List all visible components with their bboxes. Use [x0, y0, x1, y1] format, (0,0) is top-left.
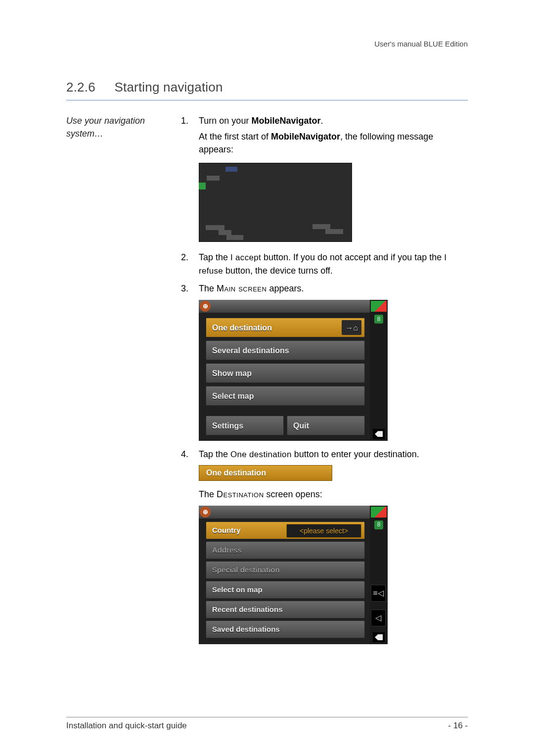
msg-block	[206, 225, 224, 230]
back-icon[interactable]: ◁	[371, 610, 386, 626]
step-2-a: Tap the	[199, 252, 230, 262]
select-map-button[interactable]: Select map	[206, 386, 365, 406]
step-3: 3. The Main screen appears. ⊕ 8	[181, 282, 468, 441]
one-destination-button[interactable]: One destination →⌂	[206, 318, 365, 337]
step-1-number: 1.	[181, 114, 188, 127]
manual-page: User's manual BLUE Edition 2.2.6 Startin…	[0, 0, 534, 756]
step-4-sub: The Destination screen opens:	[199, 488, 468, 501]
step-1: 1. Turn on your MobileNavigator. At the …	[181, 114, 468, 242]
saved-destinations-label: Saved destinations	[212, 624, 280, 635]
gps-icon: ⊕	[200, 301, 211, 312]
select-on-map-button[interactable]: Select on map	[206, 581, 365, 599]
one-destination-pill[interactable]: One destination	[199, 465, 332, 481]
section-title: Starting navigation	[114, 80, 222, 94]
step-4-sub-a: The	[199, 489, 217, 499]
main-screen-image: ⊕ 8 One destination →⌂ Sever	[199, 300, 388, 441]
step-1-text: Turn on your MobileNavigator.	[199, 116, 323, 126]
step-2-text: Tap the I accept button. If you do not a…	[199, 252, 446, 276]
several-destinations-label: Several destinations	[212, 345, 289, 356]
msg-block	[199, 183, 206, 189]
destination-menu: Country <please select> Address Special …	[206, 521, 365, 641]
msg-block	[226, 235, 243, 240]
gps-icon: ⊕	[200, 507, 211, 518]
show-map-button[interactable]: Show map	[206, 363, 365, 383]
destination-label: Destination	[217, 489, 264, 499]
main-content: 1. Turn on your MobileNavigator. At the …	[181, 114, 468, 649]
product-name: MobileNavigator	[251, 116, 320, 126]
step-2-c: button, the device turns off.	[223, 266, 333, 276]
address-label: Address	[212, 545, 242, 556]
show-map-label: Show map	[212, 368, 252, 379]
recent-destinations-button[interactable]: Recent destinations	[206, 601, 365, 618]
settings-button[interactable]: Settings	[206, 416, 284, 435]
quit-label: Quit	[293, 420, 309, 431]
special-destination-button[interactable]: Special destination	[206, 561, 365, 579]
screen-sidebar: 8 ≡◁ ◁	[370, 506, 388, 644]
step-4-text: Tap the One destination button to enter …	[199, 449, 419, 459]
msg-block	[325, 229, 343, 234]
one-destination-pill-label: One destination	[206, 467, 266, 478]
select-on-map-label: Select on map	[212, 584, 263, 595]
one-destination-word: One destination	[230, 450, 292, 459]
special-destination-label: Special destination	[212, 565, 280, 575]
step-1-sub-a: At the first start of	[199, 132, 271, 142]
msg-block	[207, 176, 220, 181]
step-2-b: button. If you do not accept and if you …	[261, 252, 444, 262]
saved-destinations-button[interactable]: Saved destinations	[206, 620, 365, 638]
footer-page-number: - 16 -	[448, 720, 468, 732]
home-icon[interactable]: →⌂	[342, 320, 361, 335]
screen-sidebar: 8	[370, 300, 388, 441]
step-2-number: 2.	[181, 251, 188, 264]
main-screen-label: Main screen	[217, 284, 267, 293]
select-map-label: Select map	[212, 390, 254, 402]
satellite-count: 8	[374, 520, 383, 529]
margin-note: Use your navigation system…	[66, 114, 165, 649]
several-destinations-button[interactable]: Several destinations	[206, 340, 365, 360]
msg-block	[312, 224, 330, 229]
footer-left: Installation and quick-start guide	[66, 720, 187, 732]
i-accept-label: I accept	[230, 253, 261, 262]
country-button[interactable]: Country <please select>	[206, 521, 365, 539]
footer-rule	[66, 717, 468, 717]
step-1-trail: .	[320, 116, 323, 126]
one-destination-label: One destination	[212, 322, 272, 333]
startup-message-image	[199, 163, 352, 242]
list-back-icon[interactable]: ≡◁	[371, 585, 386, 602]
country-select[interactable]: <please select>	[286, 524, 361, 538]
main-menu: One destination →⌂ Several destinations …	[206, 318, 365, 436]
flag-icon	[371, 507, 387, 518]
step-3-number: 3.	[181, 282, 188, 295]
header-edition: User's manual BLUE Edition	[374, 39, 468, 49]
section-heading: 2.2.6 Starting navigation	[66, 78, 468, 100]
step-3-a: The	[199, 284, 217, 293]
step-4-a: Tap the	[199, 449, 230, 459]
step-1-sub: At the first start of MobileNavigator, t…	[199, 130, 468, 156]
step-4-number: 4.	[181, 448, 188, 461]
step-4-sub-b: screen opens:	[264, 489, 322, 499]
screen-topbar: ⊕	[199, 506, 388, 519]
step-1-lead: Turn on your	[199, 116, 251, 126]
flag-icon	[371, 301, 387, 312]
country-label: Country	[212, 525, 241, 536]
msg-block	[219, 230, 231, 235]
product-name-2: MobileNavigator	[271, 132, 340, 142]
power-icon	[373, 429, 385, 439]
screen-topbar: ⊕	[199, 300, 388, 313]
destination-screen-image: ⊕ 8 ≡◁ ◁ Country <please sele	[199, 506, 388, 644]
step-2: 2. Tap the I accept button. If you do no…	[181, 251, 468, 277]
step-4-b: button to enter your destination.	[292, 449, 419, 459]
section-number: 2.2.6	[66, 78, 111, 97]
msg-block	[225, 167, 237, 172]
page-footer: Installation and quick-start guide - 16 …	[66, 720, 468, 732]
settings-label: Settings	[212, 420, 243, 431]
recent-destinations-label: Recent destinations	[212, 604, 283, 615]
address-button[interactable]: Address	[206, 541, 365, 559]
step-4: 4. Tap the One destination button to ent…	[181, 448, 468, 644]
power-icon	[373, 632, 385, 642]
quit-button[interactable]: Quit	[287, 416, 365, 435]
step-3-b: appears.	[267, 284, 304, 293]
satellite-count: 8	[374, 315, 383, 324]
step-3-text: The Main screen appears.	[199, 284, 304, 293]
